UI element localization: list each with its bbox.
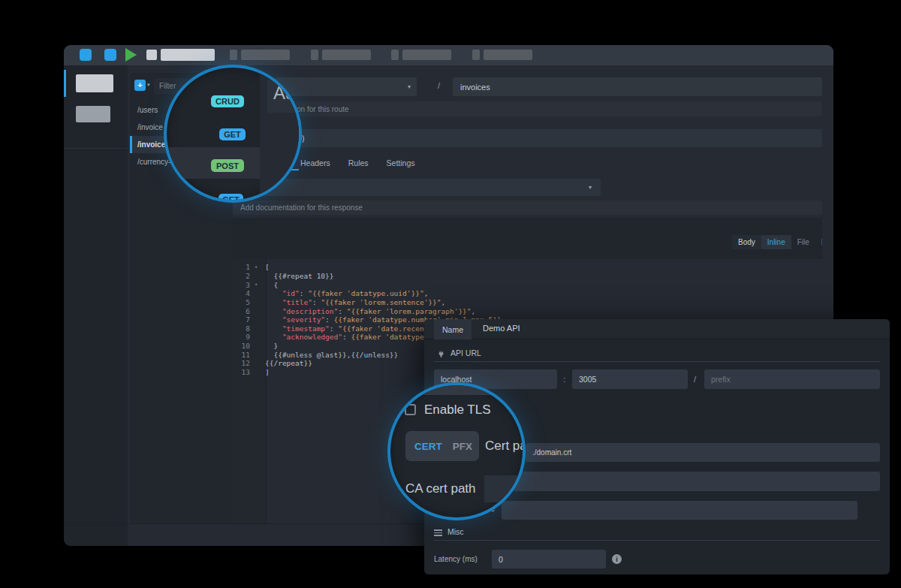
tab-settings[interactable]: Settings [387, 158, 415, 167]
tab-databucket[interactable]: Da [815, 235, 822, 249]
method-badge-get: GET [219, 128, 246, 140]
status-dropdown[interactable]: ▾ [233, 179, 601, 196]
info-icon: i [612, 554, 622, 564]
list-icon [434, 529, 442, 536]
route-path: /currency- [137, 158, 170, 166]
environment-item[interactable] [76, 106, 110, 122]
port-input[interactable] [572, 369, 688, 389]
response-tabs: Headers Rules Settings [300, 155, 415, 171]
enable-tls-checkbox [405, 404, 416, 415]
latency-label: Latency (ms) [434, 555, 478, 563]
tab-rules[interactable]: Rules [348, 158, 369, 167]
tab-inline[interactable]: Inline [761, 235, 791, 249]
chevron-down-icon: ▾ [408, 83, 411, 90]
toolbar-placeholder-icon[interactable] [146, 50, 157, 60]
method-badge-post: POST [211, 159, 244, 172]
method-badge-crud: CRUD [211, 95, 244, 107]
ca-cert-path-label: CA cert path [405, 481, 476, 496]
body-type-tabs: Body Inline File Da [732, 235, 822, 249]
menu-item-3[interactable] [402, 50, 451, 60]
chevron-down-icon[interactable]: ▾ [147, 82, 150, 88]
code-line: 3▾ { [233, 280, 822, 289]
section-divider [434, 361, 880, 362]
magnifier-methods: Ad CRUD GET POST GET [164, 65, 302, 203]
api-url-section-title: API URL [450, 348, 481, 357]
route-doc-input[interactable] [233, 101, 822, 116]
toolbar-button-2[interactable] [104, 49, 116, 61]
cert-path-label: Cert pa [485, 439, 526, 454]
chevron-down-icon: ▾ [589, 184, 592, 191]
code-line: 6 "description": "{{faker 'lorem.paragra… [233, 306, 822, 315]
menu-item-2[interactable] [322, 50, 371, 60]
prefix-slash: / [694, 375, 696, 384]
menu-icon-4[interactable] [472, 50, 480, 60]
misc-section-title: Misc [447, 527, 464, 536]
environment-name-value[interactable]: Demo API [483, 324, 520, 333]
code-line: 1▾[ [233, 263, 822, 272]
toolbar-placeholder-label[interactable] [161, 49, 215, 61]
plug-icon [437, 348, 445, 361]
port-colon: : [563, 375, 565, 384]
prefix-input[interactable] [704, 369, 880, 389]
method-select[interactable]: ▾ [274, 77, 417, 96]
section-divider [434, 540, 880, 541]
toolbar-button-1[interactable] [80, 49, 92, 61]
active-environment-indicator [64, 70, 66, 97]
add-route-button[interactable]: + [134, 80, 146, 91]
ca-cert-path-input[interactable] [487, 472, 880, 491]
cert-option: CERT [414, 441, 442, 452]
menu-item-1[interactable] [241, 50, 290, 60]
play-icon[interactable] [125, 48, 137, 62]
method-badge-get-2: GET [218, 194, 243, 203]
response-doc-input[interactable] [233, 201, 822, 215]
tab-headers[interactable]: Headers [300, 158, 330, 167]
cert-path-input[interactable] [526, 443, 880, 462]
environment-item-active[interactable] [76, 74, 113, 92]
path-separator: / [438, 81, 440, 90]
tab-file[interactable]: File [791, 235, 815, 249]
cert-pfx-toggle: CERT PFX [405, 431, 479, 461]
response-selector[interactable]: Response 1 (200) [233, 129, 822, 147]
code-line: 2 {{#repeat 10}} [233, 272, 822, 281]
sidebar-divider [64, 148, 128, 149]
stage: + ▾ /users /invoice /invoices /currency-… [0, 0, 901, 588]
name-label: Name [434, 319, 472, 339]
enable-tls-label: Enable TLS [424, 403, 491, 418]
passphrase-input[interactable] [502, 501, 857, 520]
route-path-input[interactable] [453, 77, 822, 96]
route-path: /users [137, 106, 158, 114]
menu-item-4[interactable] [484, 50, 532, 60]
environments-sidebar [64, 65, 128, 546]
route-path: /invoice [137, 123, 163, 131]
latency-input[interactable] [492, 550, 606, 568]
code-line: 4 "id": "{{faker 'datatype.uuid'}}", [233, 289, 822, 298]
pfx-option: PFX [453, 441, 472, 452]
menu-icon-3[interactable] [391, 50, 399, 60]
menu-icon-2[interactable] [311, 50, 318, 60]
code-line: 5 "title": "{{faker 'lorem.sentence'}}", [233, 298, 822, 307]
menu-icon-1[interactable] [230, 50, 237, 60]
tab-body[interactable]: Body [732, 235, 761, 249]
magnifier-tls: Enable TLS CERT PFX Cert pa CA cert path [387, 382, 526, 520]
